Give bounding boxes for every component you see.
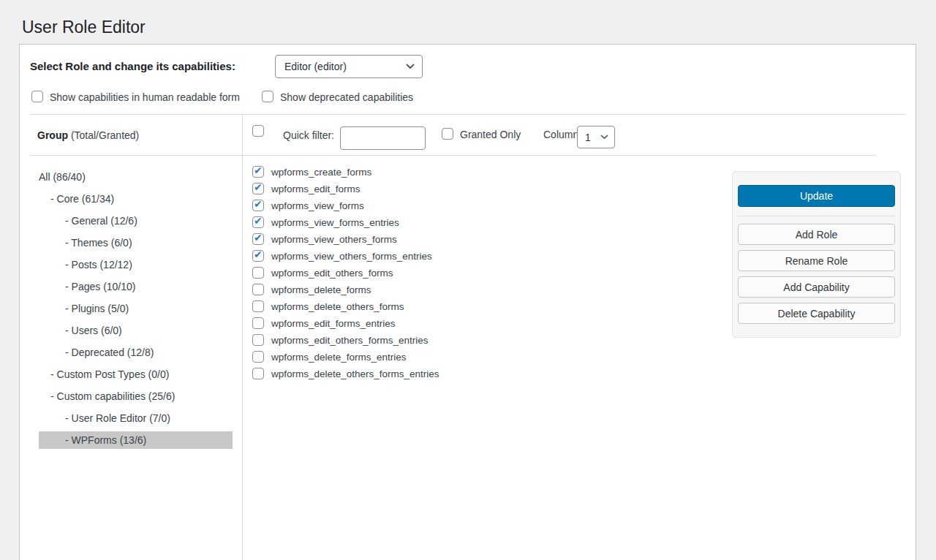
page: User Role Editor Select Role and change … bbox=[0, 0, 936, 560]
tree-item[interactable]: All (86/40) bbox=[39, 166, 233, 188]
capability-row: wpforms_delete_others_forms_entries bbox=[252, 368, 439, 379]
tree-item-label: - User Role Editor (7/0) bbox=[65, 412, 170, 424]
capability-label: wpforms_create_forms bbox=[271, 167, 371, 178]
capability-row: wpforms_create_forms bbox=[252, 166, 439, 178]
capability-checkbox[interactable] bbox=[252, 334, 264, 346]
tree-item[interactable]: - General (12/6) bbox=[39, 210, 233, 232]
capability-row: wpforms_view_forms_entries bbox=[252, 216, 439, 228]
tree-item-label: - Posts (12/12) bbox=[65, 259, 132, 270]
human-readable-label: Show capabilities in human readable form bbox=[50, 91, 240, 103]
capabilities-column: Quick filter: Granted Only Columns: 1 wp… bbox=[243, 115, 916, 560]
capability-label: wpforms_delete_others_forms bbox=[271, 301, 404, 312]
capability-checkbox[interactable] bbox=[252, 250, 264, 262]
tree-item[interactable]: - Themes (6/0) bbox=[39, 232, 233, 254]
divider bbox=[30, 155, 242, 156]
capability-row: wpforms_view_forms bbox=[252, 200, 439, 211]
tree-item-label: - Custom capabilities (25/6) bbox=[50, 390, 175, 402]
capability-label: wpforms_delete_others_forms_entries bbox=[271, 368, 439, 379]
add-capability-button[interactable]: Add Capability bbox=[738, 276, 895, 298]
capability-label: wpforms_delete_forms_entries bbox=[271, 352, 407, 363]
columns-select-value: 1 bbox=[585, 132, 591, 143]
capability-checkbox[interactable] bbox=[252, 200, 264, 211]
capability-label: wpforms_delete_forms bbox=[271, 284, 371, 295]
capability-row: wpforms_edit_forms_entries bbox=[252, 317, 439, 329]
capability-checkbox[interactable] bbox=[252, 267, 264, 279]
tree-item[interactable]: - Posts (12/12) bbox=[39, 254, 233, 276]
capability-checkbox[interactable] bbox=[252, 233, 264, 245]
capability-row: wpforms_edit_others_forms_entries bbox=[252, 334, 439, 346]
capability-row: wpforms_view_others_forms bbox=[252, 233, 439, 245]
capability-label: wpforms_view_forms_entries bbox=[271, 217, 399, 228]
tree-item-label: - Core (61/34) bbox=[50, 193, 114, 205]
capability-row: wpforms_edit_others_forms bbox=[252, 267, 439, 279]
capability-checkbox[interactable] bbox=[252, 183, 264, 194]
divider bbox=[738, 216, 895, 216]
capability-label: wpforms_edit_forms_entries bbox=[271, 318, 396, 329]
tree-item[interactable]: - Core (61/34) bbox=[39, 188, 233, 210]
columns-select[interactable]: 1 bbox=[577, 126, 615, 148]
groups-column: Group (Total/Granted) All (86/40) - Core… bbox=[20, 115, 243, 560]
capability-row: wpforms_delete_others_forms bbox=[252, 300, 439, 312]
capability-checkbox[interactable] bbox=[252, 166, 264, 178]
capability-checkbox[interactable] bbox=[252, 368, 264, 379]
capability-row: wpforms_delete_forms_entries bbox=[252, 351, 439, 363]
delete-capability-button[interactable]: Delete Capability bbox=[738, 303, 895, 324]
tree-item-label: - Themes (6/0) bbox=[65, 237, 132, 249]
tree-item-label: All (86/40) bbox=[39, 171, 86, 183]
granted-only-label: Granted Only bbox=[460, 129, 521, 140]
capabilities-list: wpforms_create_forms wpforms_edit_forms … bbox=[252, 166, 439, 385]
tree-item[interactable]: - Users (6/0) bbox=[39, 319, 233, 341]
quick-filter-input[interactable] bbox=[340, 126, 426, 150]
quick-filter-label: Quick filter: bbox=[283, 129, 334, 141]
page-title: User Role Editor bbox=[22, 18, 146, 37]
deprecated-checkbox[interactable] bbox=[262, 91, 273, 102]
capability-label: wpforms_view_others_forms bbox=[271, 234, 397, 245]
capability-checkbox[interactable] bbox=[252, 300, 264, 312]
add-role-button[interactable]: Add Role bbox=[738, 224, 895, 245]
tree-item-label: - WPForms (13/6) bbox=[65, 434, 146, 446]
capability-label: wpforms_view_others_forms_entries bbox=[271, 251, 432, 262]
tree-item[interactable]: - Plugins (5/0) bbox=[39, 298, 233, 319]
update-button[interactable]: Update bbox=[738, 185, 895, 207]
tree-item[interactable]: - Deprecated (12/8) bbox=[39, 341, 233, 363]
role-select[interactable]: Editor (editor) bbox=[275, 55, 423, 78]
capability-label: wpforms_edit_forms bbox=[271, 183, 361, 194]
tree-item-label: - Custom Post Types (0/0) bbox=[50, 368, 169, 380]
tree-item-label: - Users (6/0) bbox=[65, 325, 122, 336]
role-select-label: Select Role and change its capabilities: bbox=[30, 60, 235, 72]
chevron-down-icon bbox=[600, 135, 608, 140]
tree-item[interactable]: - Pages (10/10) bbox=[39, 276, 233, 298]
human-readable-checkbox[interactable] bbox=[31, 91, 43, 102]
tree-item[interactable]: - User Role Editor (7/0) bbox=[39, 407, 233, 429]
capability-row: wpforms_view_others_forms_entries bbox=[252, 250, 439, 262]
capability-label: wpforms_view_forms bbox=[271, 200, 364, 211]
actions-panel: Update Add Role Rename Role Add Capabili… bbox=[732, 171, 901, 338]
tree-item-label: - Plugins (5/0) bbox=[65, 303, 129, 314]
group-tree: All (86/40) - Core (61/34) - General (12… bbox=[20, 166, 242, 451]
rename-role-button[interactable]: Rename Role bbox=[738, 250, 895, 271]
chevron-down-icon bbox=[406, 64, 415, 69]
capability-label: wpforms_edit_others_forms_entries bbox=[271, 335, 429, 346]
capability-checkbox[interactable] bbox=[252, 216, 264, 228]
group-header-label: Group (Total/Granted) bbox=[37, 129, 139, 141]
role-editor-panel: Select Role and change its capabilities:… bbox=[19, 44, 916, 560]
capability-label: wpforms_edit_others_forms bbox=[271, 268, 393, 279]
capability-row: wpforms_delete_forms bbox=[252, 284, 439, 295]
granted-only-checkbox[interactable] bbox=[442, 128, 453, 140]
divider bbox=[243, 155, 876, 156]
role-select-value: Editor (editor) bbox=[284, 61, 347, 72]
deprecated-label: Show deprecated capabilities bbox=[280, 91, 413, 103]
tree-item-label: - Deprecated (12/8) bbox=[65, 347, 154, 358]
tree-item[interactable]: - Custom capabilities (25/6) bbox=[39, 385, 233, 407]
tree-item-label: - Pages (10/10) bbox=[65, 281, 136, 292]
tree-item[interactable]: - WPForms (13/6) bbox=[39, 431, 233, 449]
capability-checkbox[interactable] bbox=[252, 284, 264, 295]
select-all-checkbox[interactable] bbox=[252, 125, 264, 137]
capability-row: wpforms_edit_forms bbox=[252, 183, 439, 194]
tree-item-label: - General (12/6) bbox=[65, 215, 137, 227]
tree-item[interactable]: - Custom Post Types (0/0) bbox=[39, 363, 233, 385]
capability-checkbox[interactable] bbox=[252, 351, 264, 363]
capability-checkbox[interactable] bbox=[252, 317, 264, 329]
